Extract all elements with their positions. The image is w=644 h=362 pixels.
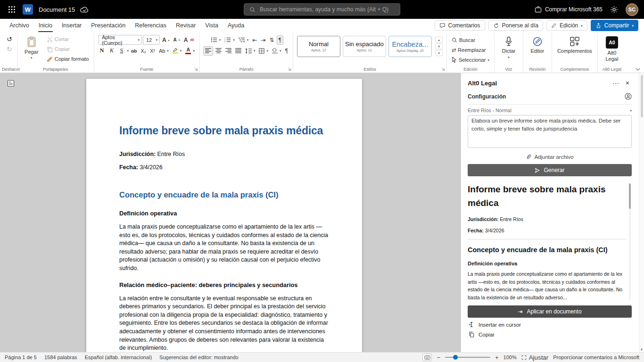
zoom-in-button[interactable]: +: [495, 354, 499, 361]
style-normal[interactable]: Normal Aptos, 12: [297, 36, 340, 57]
font-family-select[interactable]: Aptos (Cuerpo) ▾: [99, 35, 142, 45]
tab-referencias[interactable]: Referencias: [130, 19, 171, 32]
justify-button[interactable]: [234, 46, 243, 56]
search-box[interactable]: Buscar herramientas, ayuda y mucho más (…: [244, 3, 400, 16]
cut-button[interactable]: Cortar: [45, 34, 91, 44]
paragraph-dialog-launcher-icon[interactable]: ⇲: [288, 67, 291, 72]
tab-revisar[interactable]: Revisar: [171, 19, 200, 32]
collapse-ribbon-button[interactable]: [636, 68, 640, 71]
decrease-indent-button[interactable]: ⇤: [251, 35, 258, 45]
styles-scroll-down-button[interactable]: ▾: [435, 43, 443, 49]
zoom-level[interactable]: 100%: [504, 354, 517, 360]
page-count-status[interactable]: Página 1 de 5: [5, 354, 37, 360]
font-dialog-launcher-icon[interactable]: ⇲: [194, 67, 198, 72]
panel-scrollbar-thumb[interactable]: [641, 75, 643, 117]
align-left-button[interactable]: [203, 46, 213, 56]
undo-button[interactable]: ↺: [5, 34, 14, 44]
zoom-slider[interactable]: [445, 357, 490, 358]
superscript-button[interactable]: X²: [149, 46, 157, 56]
settings-gear-icon[interactable]: [610, 6, 618, 14]
style-sin-espaciado[interactable]: Sin espaciado Aptos, 12: [343, 36, 386, 57]
generate-button[interactable]: Generar: [468, 164, 632, 176]
account-person-icon[interactable]: [625, 93, 632, 100]
result-scrollbar[interactable]: [629, 183, 631, 301]
document-canvas[interactable]: Informe breve sobre mala praxis médica J…: [0, 73, 461, 352]
insert-at-cursor-button[interactable]: Insertar en cursor: [468, 318, 632, 328]
styles-scroll-up-button[interactable]: ▴: [435, 37, 443, 43]
chevron-down-icon[interactable]: ▾: [127, 49, 129, 52]
panel-more-button[interactable]: ···: [610, 80, 621, 86]
saved-cloud-icon[interactable]: [80, 6, 89, 13]
buy-microsoft-365-button[interactable]: Comprar Microsoft 365: [535, 6, 603, 13]
align-right-button[interactable]: [224, 46, 233, 56]
alt0-legal-button[interactable]: A0 Alt0 Legal: [601, 34, 623, 62]
select-button[interactable]: Seleccionar ▾: [450, 55, 491, 65]
panel-scrollbar[interactable]: ▼: [639, 73, 644, 352]
sort-button[interactable]: ⇅: [268, 35, 275, 45]
panel-close-button[interactable]: ×: [623, 80, 632, 86]
clear-formatting-button[interactable]: A: [182, 35, 195, 45]
shading-button[interactable]: ▾: [271, 46, 283, 56]
highlight-color-button[interactable]: ▾: [171, 46, 183, 56]
dictate-button[interactable]: Dictar ▾: [498, 34, 520, 59]
feedback-link[interactable]: Proporcionar comentarios a Microsoft: [553, 354, 639, 360]
styles-dialog-launcher-icon[interactable]: ⇲: [441, 67, 445, 72]
prompt-textarea[interactable]: Elabora un breve informe sobre mala prax…: [468, 115, 632, 148]
addins-button[interactable]: Complementos: [555, 34, 594, 54]
format-painter-button[interactable]: Copiar formato: [45, 54, 91, 64]
word-count-status[interactable]: 1584 palabras: [44, 354, 77, 360]
tab-presentacion[interactable]: Presentación: [86, 19, 130, 32]
paragraph-marks-button[interactable]: ¶: [283, 46, 289, 56]
comments-button[interactable]: Comentarios: [435, 20, 485, 31]
tab-vista[interactable]: Vista: [200, 19, 223, 32]
align-center-button[interactable]: [214, 46, 223, 56]
language-status[interactable]: Español (alfab. internacional): [85, 354, 152, 360]
style-encabezado[interactable]: Encabeza... Aptos Display, 20: [388, 36, 432, 57]
app-launcher-icon[interactable]: [6, 3, 18, 16]
attach-file-button[interactable]: Adjuntar archivo: [468, 154, 632, 160]
shrink-font-button[interactable]: A▾: [172, 35, 182, 45]
navigation-pane-toggle-button[interactable]: [6, 78, 16, 89]
zoom-out-button[interactable]: −: [437, 354, 440, 361]
redo-button[interactable]: ↻: [5, 44, 14, 54]
grow-font-button[interactable]: A▴: [161, 35, 171, 45]
line-spacing-button[interactable]: ▾: [244, 46, 257, 56]
fit-page-button[interactable]: Ajustar: [521, 354, 548, 361]
word-logo-icon[interactable]: W: [23, 4, 33, 15]
borders-button[interactable]: ▾: [257, 46, 270, 56]
editing-mode-button[interactable]: Edición ▾: [546, 20, 587, 31]
show-formatting-marks-button[interactable]: ¶: [277, 35, 283, 45]
editor-button[interactable]: Editor: [527, 34, 548, 54]
share-button[interactable]: Compartir ▾: [591, 20, 638, 31]
tab-ayuda[interactable]: Ayuda: [223, 19, 249, 32]
styles-more-button[interactable]: ▾: [435, 50, 443, 56]
apply-to-document-button[interactable]: ⇥ Aplicar en documento: [468, 305, 632, 318]
multilevel-list-button[interactable]: ▾: [237, 35, 250, 45]
result-scrollbar-thumb[interactable]: [629, 183, 631, 209]
document-page[interactable]: Informe breve sobre mala praxis médica J…: [86, 79, 362, 352]
editor-suggestions-status[interactable]: Sugerencias del editor: mostrando: [159, 354, 239, 360]
catch-up-button[interactable]: Ponerse al día: [488, 20, 543, 31]
italic-button[interactable]: K: [107, 46, 116, 56]
tab-archivo[interactable]: Archivo: [5, 19, 34, 32]
paste-button[interactable]: Pegar ▾: [21, 34, 42, 59]
increase-indent-button[interactable]: ⇥: [259, 35, 267, 45]
bold-button[interactable]: N: [98, 46, 107, 56]
document-title[interactable]: Document 15: [39, 6, 75, 13]
underline-button[interactable]: S: [117, 46, 126, 56]
copy-result-button[interactable]: Copiar: [468, 328, 632, 337]
generated-result[interactable]: Informe breve sobre mala praxis médica J…: [468, 182, 632, 302]
preset-dropdown[interactable]: Entre Ríos - Normal ▾: [468, 107, 632, 113]
scroll-down-icon[interactable]: ▼: [639, 348, 644, 351]
zoom-slider-thumb[interactable]: [453, 355, 458, 360]
replace-button[interactable]: ⇄ Reemplazar: [450, 45, 487, 55]
find-button[interactable]: Buscar: [450, 35, 477, 45]
bullets-button[interactable]: ▾: [209, 35, 223, 45]
keyboard-icon[interactable]: [422, 354, 432, 361]
font-size-select[interactable]: 12 ▾: [143, 35, 160, 45]
tab-inicio[interactable]: Inicio: [34, 19, 57, 32]
subscript-button[interactable]: X₂: [139, 46, 148, 56]
tab-insertar[interactable]: Insertar: [57, 19, 86, 32]
numbering-button[interactable]: 123▾: [223, 35, 236, 45]
text-effects-button[interactable]: Ab▾: [157, 46, 170, 56]
